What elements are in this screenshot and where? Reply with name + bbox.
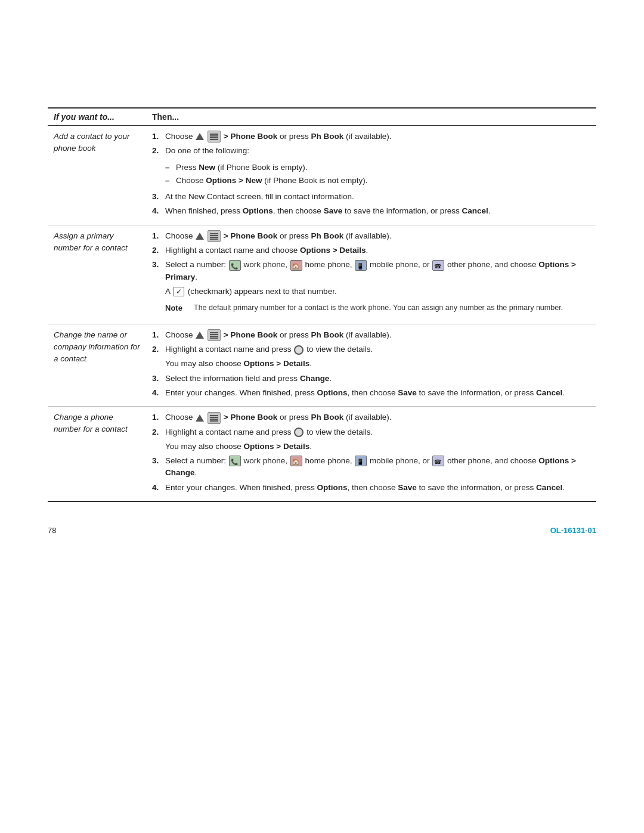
mobile-phone-icon (355, 260, 367, 271)
list-item: 3. At the New Contact screen, fill in co… (152, 191, 590, 203)
step-content: Highlight a contact name and choose Opti… (165, 244, 590, 256)
step-num: 2. (152, 145, 165, 157)
table-row: Change a phone number for a contact 1. C… (48, 407, 596, 501)
spacer-top (48, 36, 596, 107)
list-item: 4. Enter your changes. When finished, pr… (152, 482, 590, 494)
bullet-text: Press New (if Phone Book is empty). (176, 162, 308, 174)
list-item: You may also choose Options > Details. (152, 358, 590, 370)
list-item: 1. Choose > Phone Book or press Ph Book … (152, 329, 590, 341)
choose-label: Choose (165, 413, 193, 422)
steps-list: 1. Choose > Phone Book or press Ph Book … (152, 411, 590, 494)
note-label: Note (165, 302, 194, 314)
phonebook-icon (208, 131, 221, 143)
list-item: – Press New (if Phone Book is empty). – … (152, 160, 590, 189)
row3-if: Change the name or company information f… (48, 324, 146, 406)
step-num: 1. (152, 230, 165, 242)
list-item: 4. Enter your changes. When finished, pr… (152, 387, 590, 399)
step-num: 3. (152, 373, 165, 385)
footer-page-num: 78 (48, 526, 56, 535)
row2-then: 1. Choose > Phone Book or press Ph Book … (146, 225, 596, 324)
steps-list: 1. Choose > Phone Book or press Ph Book … (152, 131, 590, 218)
row3-then: 1. Choose > Phone Book or press Ph Book … (146, 324, 596, 406)
col-header-then: Then... (146, 108, 596, 126)
step-content: Select a number: work phone, home phone,… (165, 455, 590, 479)
list-item: 3. Select a number: work phone, home pho… (152, 455, 590, 479)
step-content: Select the information field and press C… (165, 373, 590, 385)
step-content: Do one of the following: (165, 145, 590, 157)
menu-icon (196, 332, 204, 339)
list-item: 1. Choose > Phone Book or press Ph Book … (152, 131, 590, 143)
choose-label: Choose (165, 231, 193, 240)
choose-label: Choose (165, 132, 193, 141)
dash: – (165, 162, 172, 174)
list-item: 2. Highlight a contact name and press to… (152, 426, 590, 438)
step-content: Enter your changes. When finished, press… (165, 387, 590, 399)
step-num: 1. (152, 131, 165, 143)
footer-doc-num: OL-16131-01 (550, 526, 596, 535)
list-item: 2. Highlight a contact name and choose O… (152, 244, 590, 256)
list-item: 2. Do one of the following: (152, 145, 590, 157)
menu-icon (196, 133, 204, 140)
step-content: – Press New (if Phone Book is empty). – … (165, 160, 590, 189)
home-phone-icon (290, 456, 302, 466)
step-num: 1. (152, 329, 165, 341)
step-content: Enter your changes. When finished, press… (165, 482, 590, 494)
step-num: 4. (152, 205, 165, 217)
choose-label: Choose (165, 330, 193, 339)
home-phone-icon (290, 260, 302, 271)
step-num: 2. (152, 244, 165, 256)
mobile-phone-icon (355, 456, 367, 466)
step-num: 3. (152, 191, 165, 203)
step-content: At the New Contact screen, fill in conta… (165, 191, 590, 203)
page-wrapper: If you want to... Then... Add a contact … (48, 36, 596, 535)
step-content: Select a number: work phone, home phone,… (165, 259, 590, 283)
list-item: Note The default primary number for a co… (152, 300, 590, 317)
step-content: Highlight a contact name and press to vi… (165, 426, 590, 438)
list-item: 3. Select the information field and pres… (152, 373, 590, 385)
row4-if: Change a phone number for a contact (48, 407, 146, 501)
col-header-if: If you want to... (48, 108, 146, 126)
table-row: Change the name or company information f… (48, 324, 596, 406)
step-num: 3. (152, 455, 165, 467)
step-content: Choose > Phone Book or press Ph Book (if… (165, 230, 590, 242)
step-content: Note The default primary number for a co… (165, 300, 590, 317)
menu-icon (196, 414, 204, 422)
menu-icon (196, 233, 204, 240)
phonebook-icon (208, 329, 221, 341)
step-content: Choose > Phone Book or press Ph Book (if… (165, 131, 590, 143)
step-num: 2. (152, 343, 165, 355)
list-item: You may also choose Options > Details. (152, 441, 590, 453)
list-item: 2. Highlight a contact name and press to… (152, 343, 590, 355)
step-num: 3. (152, 259, 165, 271)
step-content: A ✓ (checkmark) appears next to that num… (165, 286, 590, 298)
row2-if: Assign a primary number for a contact (48, 225, 146, 324)
work-phone-icon (229, 456, 241, 466)
table-row: Add a contact to your phone book 1. Choo… (48, 126, 596, 225)
select-button-icon (294, 428, 304, 437)
phonebook-icon (208, 412, 221, 424)
step-content: Highlight a contact name and press to vi… (165, 343, 590, 355)
phonebook-icon (208, 230, 221, 242)
other-phone-icon (432, 456, 444, 466)
bullet-text: Choose Options > New (if Phone Book is n… (176, 175, 368, 187)
step-content: When finished, press Options, then choos… (165, 205, 590, 217)
table-row: Assign a primary number for a contact 1.… (48, 225, 596, 324)
step-content: You may also choose Options > Details. (165, 441, 590, 453)
list-item: 1. Choose > Phone Book or press Ph Book … (152, 411, 590, 423)
row1-then: 1. Choose > Phone Book or press Ph Book … (146, 126, 596, 225)
step-num: 2. (152, 426, 165, 438)
row1-if: Add a contact to your phone book (48, 126, 146, 225)
steps-list: 1. Choose > Phone Book or press Ph Book … (152, 329, 590, 399)
select-button-icon (294, 345, 304, 355)
work-phone-icon (229, 260, 241, 271)
list-item: 3. Select a number: work phone, home pho… (152, 259, 590, 283)
dash: – (165, 175, 172, 187)
step-content: You may also choose Options > Details. (165, 358, 590, 370)
page-footer: 78 OL-16131-01 (48, 502, 596, 535)
list-item: A ✓ (checkmark) appears next to that num… (152, 286, 590, 298)
sub-bullets: – Press New (if Phone Book is empty). – … (165, 162, 590, 187)
phbook-bold: Ph Book (311, 132, 344, 141)
step-content: Choose > Phone Book or press Ph Book (if… (165, 411, 590, 423)
phonebook-bold: > Phone Book (224, 132, 277, 141)
step-num: 4. (152, 482, 165, 494)
